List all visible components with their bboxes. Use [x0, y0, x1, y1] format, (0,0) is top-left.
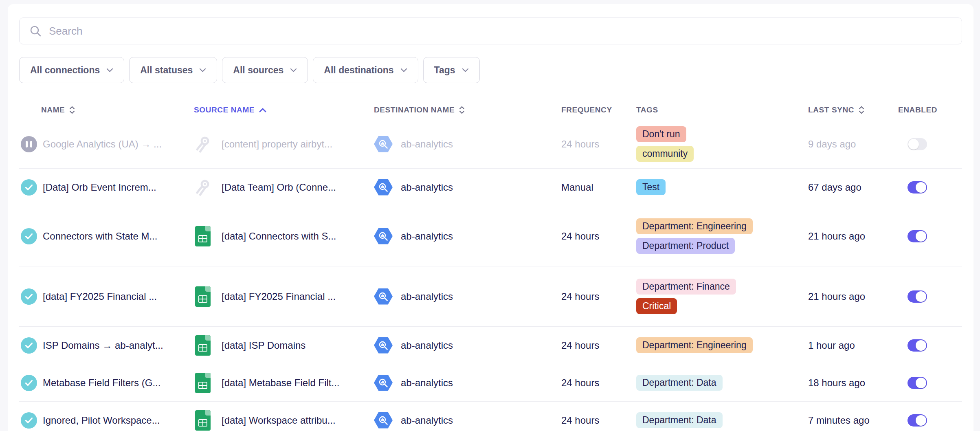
google-sheets-icon [194, 334, 212, 356]
tag-department-engineering: Department: Engineering [636, 218, 753, 234]
bigquery-destination-icon [374, 375, 393, 391]
chevron-down-icon [290, 68, 297, 73]
enabled-toggle[interactable] [907, 181, 927, 194]
connection-row[interactable]: Ignored, Pilot Workspace... [19, 401, 962, 431]
google-sheets-icon [194, 225, 212, 247]
frequency-value: 24 hours [561, 340, 636, 351]
bigquery-destination-icon [374, 179, 393, 196]
frequency-value: 24 hours [561, 291, 636, 302]
source-name: [Data Team] Orb (Conne... [222, 182, 336, 193]
table-header: NAME SOURCE NAME DESTINATION NAME FREQUE… [19, 100, 962, 120]
destination-name: ab-analytics [401, 182, 453, 193]
search-input[interactable] [49, 25, 952, 37]
source-name: [data] FY2025 Financial ... [222, 291, 336, 302]
column-header-name[interactable]: NAME [19, 105, 194, 115]
frequency-value: 24 hours [561, 377, 636, 389]
sort-both-icon [459, 105, 465, 115]
google-sheets-icon [194, 409, 212, 431]
last-sync-value: 18 hours ago [808, 377, 898, 389]
enabled-toggle[interactable] [907, 138, 927, 150]
frequency-value: 24 hours [561, 415, 636, 426]
enabled-toggle[interactable] [907, 290, 927, 303]
enabled-status-icon [21, 412, 37, 429]
filter-tags[interactable]: Tags [423, 57, 480, 83]
tag-department-data: Department: Data [636, 412, 723, 428]
tag-don-t-run: Don't run [636, 126, 686, 142]
enabled-status-icon [21, 228, 37, 244]
connection-row[interactable]: ISP Domains → ab-analyt... [19, 326, 962, 364]
enabled-toggle[interactable] [907, 230, 927, 242]
sort-both-icon [69, 105, 75, 115]
tag-community: community [636, 146, 694, 162]
connection-name: Ignored, Pilot Workspace... [43, 415, 160, 426]
table-body: Google Analytics (UA) → ... [19, 120, 962, 431]
connection-row[interactable]: Google Analytics (UA) → ... [19, 120, 962, 168]
destination-name: ab-analytics [401, 291, 453, 302]
filter-all-destinations[interactable]: All destinations [313, 57, 418, 83]
last-sync-value: 67 days ago [808, 182, 898, 193]
connection-name: Connectors with State M... [43, 231, 157, 242]
tags-list: Department: FinanceCritical [636, 272, 808, 321]
tags-list: Department: Data [636, 406, 808, 431]
frequency-value: 24 hours [561, 231, 636, 242]
tag-department-finance: Department: Finance [636, 279, 736, 295]
connection-name: Google Analytics (UA) → ... [43, 139, 162, 150]
connection-row[interactable]: Connectors with State M... [19, 206, 962, 266]
tag-test: Test [636, 179, 666, 195]
google-sheets-icon [194, 372, 212, 394]
column-header-frequency: FREQUENCY [561, 106, 636, 114]
column-header-source-name[interactable]: SOURCE NAME [194, 106, 374, 114]
enabled-toggle[interactable] [907, 414, 927, 427]
filter-label: All connections [30, 65, 100, 76]
tags-list: Department: Engineering [636, 331, 808, 360]
destination-name: ab-analytics [401, 415, 453, 426]
chevron-down-icon [462, 68, 469, 73]
column-header-destination-name[interactable]: DESTINATION NAME [374, 105, 561, 115]
tags-list: Department: Data [636, 368, 808, 397]
filter-label: All destinations [324, 65, 393, 76]
destination-name: ab-analytics [401, 139, 453, 150]
destination-name: ab-analytics [401, 377, 453, 389]
column-header-last-sync[interactable]: LAST SYNC [808, 105, 898, 115]
source-name: [data] Connectors with S... [222, 231, 336, 242]
sort-both-icon [858, 105, 865, 115]
tags-list: Test [636, 173, 808, 202]
tag-department-product: Department: Product [636, 238, 735, 254]
connection-row[interactable]: [data] FY2025 Financial ... [19, 266, 962, 326]
enabled-status-icon [21, 337, 37, 354]
connection-name: ISP Domains → ab-analyt... [43, 340, 163, 351]
chevron-down-icon [199, 68, 206, 73]
enabled-toggle[interactable] [907, 339, 927, 352]
enabled-toggle[interactable] [907, 377, 927, 389]
last-sync-value: 21 hours ago [808, 291, 898, 302]
bigquery-destination-icon [374, 412, 393, 429]
source-name: [data] Workspace attribu... [222, 415, 336, 426]
bigquery-destination-icon [374, 228, 393, 244]
source-name: [data] Metabase Field Filt... [222, 377, 339, 389]
paused-status-icon [21, 136, 37, 152]
airbyte-source-icon [194, 176, 212, 198]
search-bar [19, 18, 962, 44]
filter-label: All statuses [140, 65, 193, 76]
frequency-value: 24 hours [561, 139, 636, 150]
enabled-status-icon [21, 375, 37, 391]
tags-list: Department: EngineeringDepartment: Produ… [636, 212, 808, 260]
tags-list: Don't runcommunity [636, 120, 808, 168]
chevron-down-icon [106, 68, 113, 73]
chevron-down-icon [400, 68, 407, 73]
sort-asc-icon [259, 108, 267, 113]
enabled-status-icon [21, 288, 37, 305]
connection-row[interactable]: Metabase Field Filters (G... [19, 364, 962, 401]
connection-name: [data] FY2025 Financial ... [43, 291, 157, 302]
column-header-tags: TAGS [636, 106, 808, 114]
filter-all-sources[interactable]: All sources [222, 57, 308, 83]
filter-all-connections[interactable]: All connections [19, 57, 124, 83]
airbyte-source-icon [194, 133, 212, 155]
bigquery-destination-icon [374, 337, 393, 354]
filter-all-statuses[interactable]: All statuses [129, 57, 217, 83]
destination-name: ab-analytics [401, 340, 453, 351]
tag-department-engineering: Department: Engineering [636, 337, 753, 353]
filter-label: All sources [233, 65, 283, 76]
connection-row[interactable]: [Data] Orb Event Increm... [19, 168, 962, 206]
last-sync-value: 21 hours ago [808, 231, 898, 242]
